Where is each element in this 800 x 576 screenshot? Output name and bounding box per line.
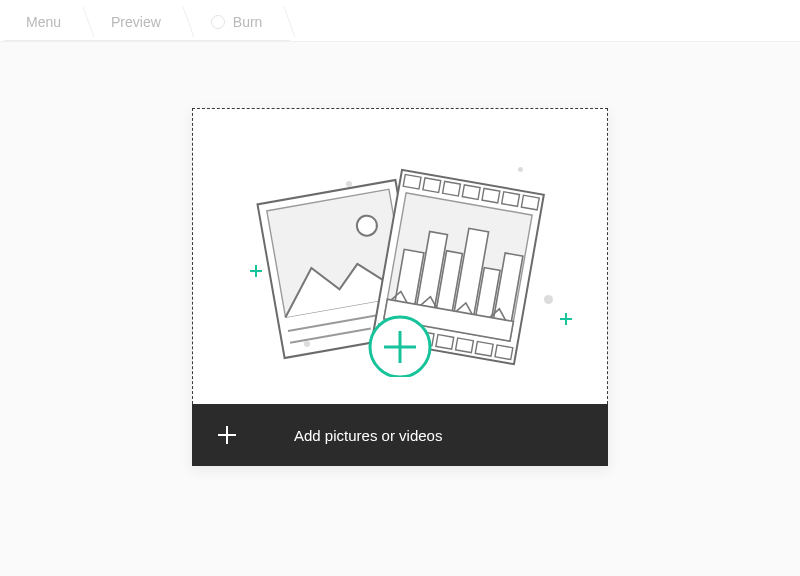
media-card: Add pictures or videos xyxy=(192,108,608,466)
drop-zone[interactable] xyxy=(192,108,608,404)
svg-rect-12 xyxy=(521,195,539,210)
decor-dot xyxy=(304,341,310,347)
tab-label: Menu xyxy=(26,14,61,30)
svg-rect-7 xyxy=(423,177,441,192)
svg-rect-11 xyxy=(502,191,520,206)
plus-icon xyxy=(250,265,262,277)
tab-burn[interactable]: Burn xyxy=(189,3,291,41)
svg-rect-19 xyxy=(495,344,513,359)
svg-rect-8 xyxy=(443,181,461,196)
svg-rect-17 xyxy=(456,338,474,353)
disc-icon xyxy=(211,15,225,29)
svg-rect-18 xyxy=(475,341,493,356)
plus-icon xyxy=(560,313,572,325)
tab-menu[interactable]: Menu xyxy=(4,3,89,41)
plus-icon xyxy=(218,426,236,444)
media-illustration xyxy=(220,137,580,377)
decor-dot xyxy=(544,295,553,304)
decor-dot xyxy=(518,167,523,172)
workspace: Add pictures or videos xyxy=(0,42,800,576)
add-circle-icon xyxy=(370,317,430,377)
svg-rect-16 xyxy=(436,334,454,349)
svg-rect-6 xyxy=(403,174,421,189)
tab-bar: Menu Preview Burn xyxy=(0,0,800,42)
svg-rect-9 xyxy=(462,184,480,199)
tab-label: Burn xyxy=(233,14,263,30)
tab-preview[interactable]: Preview xyxy=(89,3,189,41)
tab-label: Preview xyxy=(111,14,161,30)
decor-dot xyxy=(346,181,352,187)
media-svg xyxy=(220,137,580,377)
svg-rect-10 xyxy=(482,188,500,203)
add-media-button[interactable]: Add pictures or videos xyxy=(192,404,608,466)
add-media-label: Add pictures or videos xyxy=(294,427,442,444)
